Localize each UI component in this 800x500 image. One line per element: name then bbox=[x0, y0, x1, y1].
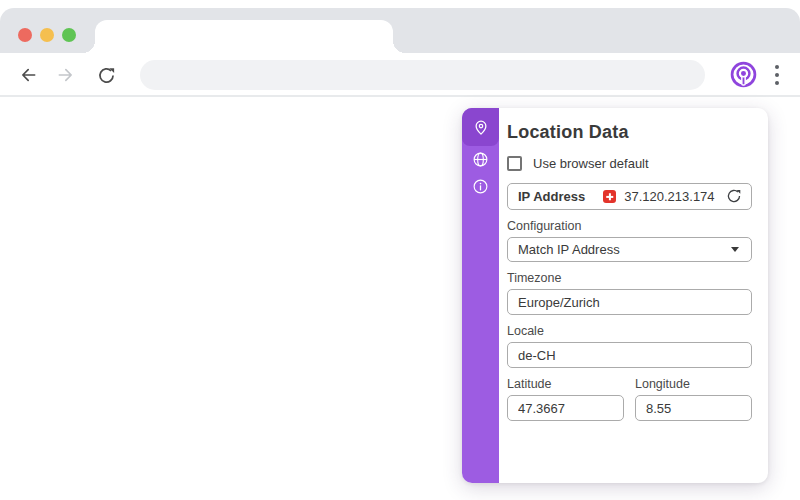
browser-tab[interactable] bbox=[95, 20, 393, 53]
back-arrow-icon bbox=[18, 65, 38, 85]
page-title: Location Data bbox=[507, 121, 752, 143]
timezone-input[interactable] bbox=[507, 289, 752, 315]
reload-icon bbox=[97, 66, 116, 85]
window-controls bbox=[18, 28, 76, 42]
longitude-label: Longitude bbox=[635, 377, 752, 391]
ip-address-label: IP Address bbox=[518, 189, 585, 204]
refresh-icon bbox=[726, 188, 742, 204]
use-browser-default-label: Use browser default bbox=[533, 156, 649, 171]
reload-button[interactable] bbox=[93, 62, 119, 88]
configuration-select[interactable]: Match IP Address bbox=[507, 237, 752, 262]
globe-icon bbox=[472, 151, 489, 168]
latitude-label: Latitude bbox=[507, 377, 624, 391]
locale-label: Locale bbox=[507, 324, 752, 338]
ip-address-value: 37.120.213.174 bbox=[624, 189, 717, 204]
use-browser-default-checkbox[interactable] bbox=[507, 156, 522, 171]
configuration-label: Configuration bbox=[507, 219, 752, 233]
longitude-input[interactable] bbox=[635, 395, 752, 421]
page-content: Location Data Use browser default IP Add… bbox=[0, 99, 800, 500]
coordinates-row: Latitude Longitude bbox=[507, 368, 752, 421]
close-window-button[interactable] bbox=[18, 28, 32, 42]
forward-arrow-icon bbox=[56, 65, 76, 85]
configuration-value: Match IP Address bbox=[518, 242, 731, 257]
sidebar-item-info[interactable] bbox=[462, 173, 499, 200]
back-button[interactable] bbox=[15, 62, 41, 88]
browser-window: Location Data Use browser default IP Add… bbox=[0, 0, 800, 500]
location-pin-icon bbox=[472, 118, 490, 136]
ip-address-box: IP Address 37.120.213.174 bbox=[507, 183, 752, 210]
latitude-input[interactable] bbox=[507, 395, 624, 421]
refresh-ip-button[interactable] bbox=[725, 188, 743, 206]
info-icon bbox=[472, 178, 489, 195]
sidebar-item-location[interactable] bbox=[462, 108, 499, 146]
browser-menu-button[interactable] bbox=[769, 62, 785, 88]
location-guard-logo-icon bbox=[730, 61, 757, 88]
locale-input[interactable] bbox=[507, 342, 752, 368]
sidebar-item-network[interactable] bbox=[462, 146, 499, 173]
extension-popup: Location Data Use browser default IP Add… bbox=[462, 108, 768, 483]
maximize-window-button[interactable] bbox=[62, 28, 76, 42]
forward-button[interactable] bbox=[53, 62, 79, 88]
extension-icon[interactable] bbox=[729, 61, 757, 89]
address-bar[interactable] bbox=[140, 60, 705, 90]
timezone-label: Timezone bbox=[507, 271, 752, 285]
tab-strip bbox=[0, 8, 800, 53]
browser-toolbar bbox=[0, 53, 800, 97]
switzerland-flag-icon bbox=[603, 190, 616, 203]
popup-content: Location Data Use browser default IP Add… bbox=[499, 108, 768, 483]
popup-sidebar bbox=[462, 108, 499, 483]
minimize-window-button[interactable] bbox=[40, 28, 54, 42]
use-browser-default-row: Use browser default bbox=[507, 156, 752, 171]
kebab-menu-icon bbox=[775, 65, 779, 69]
chevron-down-icon bbox=[731, 247, 739, 252]
